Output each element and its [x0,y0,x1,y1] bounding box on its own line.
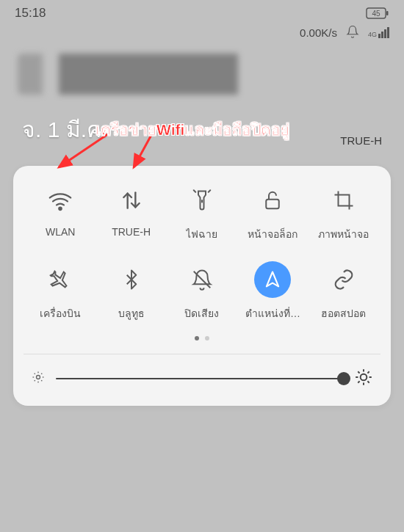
tile-screenshot[interactable]: ภาพหน้าจอ [310,182,378,242]
tile-flashlight[interactable]: ไฟฉาย [168,182,236,242]
page-dot [195,336,199,340]
tile-hotspot[interactable]: ฮอตสปอต [310,261,378,321]
svg-line-19 [41,374,42,374]
navigation-icon [254,261,291,298]
wifi-icon [42,182,79,219]
brightness-slider[interactable] [56,378,344,379]
tile-location[interactable]: ตำแหน่งที่… [239,261,306,321]
tile-label: TRUE-H [112,226,151,238]
tile-mobile-data[interactable]: TRUE-H [97,182,165,242]
brightness-low-icon [31,370,46,387]
svg-line-17 [41,380,42,381]
tile-label: ฮอตสปอต [321,305,366,321]
crop-icon [325,182,362,219]
divider [24,354,380,354]
tile-label: บลูทูธ [118,305,145,321]
status-bar: 15:18 45 [0,0,404,22]
page-dot [205,336,209,340]
svg-point-11 [37,376,40,379]
carrier-label: TRUE-H [340,134,382,147]
svg-line-16 [35,374,35,374]
airplane-icon [42,261,79,298]
svg-point-5 [59,208,61,210]
svg-line-7 [194,190,196,192]
slider-thumb[interactable] [337,372,350,385]
tile-label: ปิดเสียง [184,305,219,321]
clock-time: 15:18 [15,6,46,21]
tile-label: เครื่องบิน [40,305,81,321]
alarm-icon [346,25,359,40]
svg-line-25 [358,371,359,373]
data-rate: 0.00K/s [300,26,337,39]
sub-status-bar: 0.00K/s 4G [0,22,404,48]
page-indicator [26,336,378,340]
svg-rect-9 [267,200,280,209]
tile-airplane[interactable]: เครื่องบิน [26,261,94,321]
tile-label: WLAN [46,226,75,238]
tiles-grid: WLAN TRUE-H ไฟฉาย หน้าจอล็อก ภาพหน้าจอ [26,182,378,321]
bluetooth-icon [113,261,150,298]
tile-label: ไฟฉาย [186,226,217,242]
svg-text:45: 45 [372,10,380,18]
tile-bluetooth[interactable]: บลูทูธ [97,261,165,321]
data-arrows-icon [113,182,150,219]
quick-settings-panel: WLAN TRUE-H ไฟฉาย หน้าจอล็อก ภาพหน้าจอ [13,166,391,406]
svg-line-27 [358,381,359,382]
svg-point-20 [361,374,367,381]
tile-wlan[interactable]: WLAN [26,182,94,242]
svg-line-26 [367,381,369,382]
bell-off-icon [184,261,220,298]
date-row: จ. 1 มี.ค. TRUE-H [0,98,404,153]
svg-rect-1 [386,11,389,15]
tile-mute[interactable]: ปิดเสียง [168,261,236,321]
brightness-high-icon [354,368,373,390]
link-icon [325,261,362,298]
tile-label: หน้าจอล็อก [248,226,297,242]
tile-label: ตำแหน่งที่… [245,305,300,321]
lock-icon [254,182,291,219]
flashlight-icon [184,182,220,219]
tile-label: ภาพหน้าจอ [318,226,369,242]
brightness-row [26,368,378,390]
tile-lockscreen[interactable]: หน้าจอล็อก [239,182,306,242]
date-text: จ. 1 มี.ค. [22,112,107,147]
signal-icon: 4G [368,27,389,38]
battery-indicator: 45 [366,7,389,19]
svg-line-8 [209,190,211,192]
background-content-blurred [18,54,386,95]
svg-line-18 [35,380,35,381]
svg-line-28 [367,371,369,373]
